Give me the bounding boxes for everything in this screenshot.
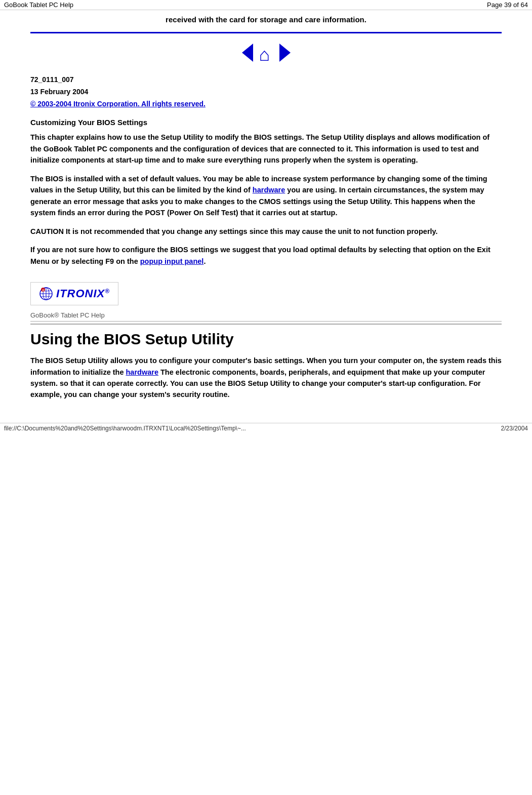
nav-home-icon[interactable] [259, 46, 273, 60]
doc-date: 13 February 2004 [30, 86, 502, 98]
itronix-logo: G ITRONIX® [39, 287, 110, 301]
status-date: 2/23/2004 [501, 425, 528, 432]
app-title: GoBook Tablet PC Help [4, 1, 73, 9]
section1-para2: The BIOS is installed with a set of defa… [30, 173, 502, 219]
itronix-brand-text: ITRONIX® [56, 287, 110, 300]
nav-icons [30, 44, 502, 62]
itronix-name: ITRONIX [56, 287, 105, 300]
header-bar: GoBook Tablet PC Help Page 39 of 64 [0, 0, 532, 10]
section1-heading: Customizing Your BIOS Settings [30, 118, 502, 127]
caution-text: CAUTION It is not recommended that you c… [30, 226, 502, 237]
file-path: file://C:\Documents%20and%20Settings\har… [4, 425, 246, 432]
doc-info: 72_0111_007 13 February 2004 © 2003-2004… [30, 74, 502, 110]
doc-id: 72_0111_007 [30, 74, 502, 86]
itronix-globe-icon: G [39, 287, 53, 301]
popup-input-panel-link[interactable]: popup input panel [140, 257, 204, 265]
blue-divider [30, 32, 502, 33]
status-bar: file://C:\Documents%20and%20Settings\har… [0, 423, 532, 433]
intro-text: received with the card for storage and c… [30, 15, 502, 24]
itronix-logo-box: G ITRONIX® [30, 282, 118, 305]
footer-label: GoBook® Tablet PC Help [30, 311, 502, 322]
content-area: received with the card for storage and c… [0, 10, 532, 413]
section1-para3-before: If you are not sure how to configure the… [30, 246, 490, 265]
section-divider [30, 324, 502, 325]
section1-para1: This chapter explains how to use the Set… [30, 132, 502, 166]
section2-heading: Using the BIOS Setup Utility [30, 331, 502, 348]
itronix-reg-symbol: ® [105, 288, 110, 295]
section1-para3-after: . [203, 257, 206, 265]
hardware-link-1[interactable]: hardware [253, 186, 285, 194]
section2-para1: The BIOS Setup Utility allows you to con… [30, 355, 502, 401]
nav-right-arrow[interactable] [279, 44, 291, 62]
page-info: Page 39 of 64 [487, 1, 528, 9]
nav-left-arrow[interactable] [242, 44, 253, 62]
svg-text:G: G [43, 289, 45, 292]
hardware-link-2[interactable]: hardware [126, 368, 158, 376]
section1-para3: If you are not sure how to configure the… [30, 244, 502, 267]
copyright-link[interactable]: © 2003-2004 Itronix Corporation. All rig… [30, 100, 206, 108]
